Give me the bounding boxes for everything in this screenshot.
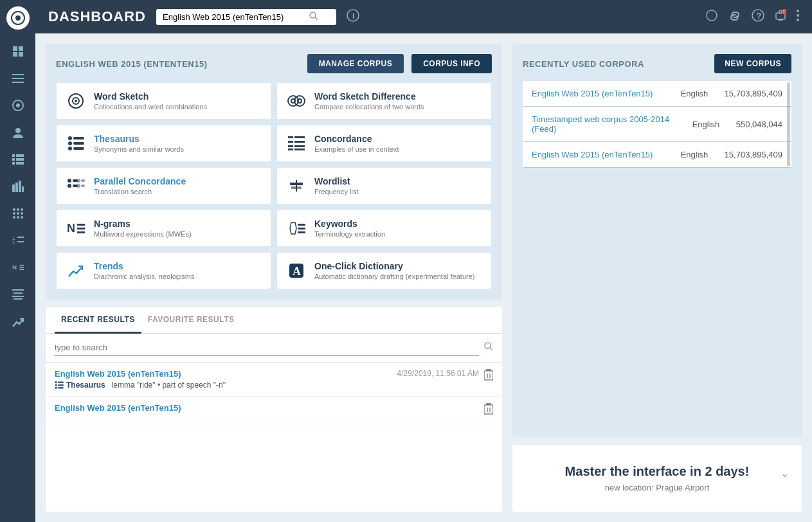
svg-point-57 xyxy=(797,19,799,21)
svg-rect-36 xyxy=(19,265,24,266)
tool-card-wordlist[interactable]: Wordlist Frequency list xyxy=(276,167,492,204)
wordlist-desc: Frequency list xyxy=(314,188,358,195)
svg-rect-34 xyxy=(17,241,24,242)
topbar-help-icon[interactable]: ? xyxy=(752,9,764,25)
topbar-more-icon[interactable] xyxy=(797,10,799,24)
svg-text:1.: 1. xyxy=(12,236,16,240)
corpus-list-item[interactable]: English Web 2015 (enTenTen15) English 15… xyxy=(523,142,791,168)
svg-rect-40 xyxy=(14,292,23,294)
svg-rect-68 xyxy=(73,142,84,145)
corpus-panel-title: ENGLISH WEB 2015 (ENTENTEN15) xyxy=(56,59,300,69)
topbar-info-icon[interactable]: i xyxy=(347,9,359,25)
tool-card-word-sketch[interactable]: Word Sketch Collocations and word combin… xyxy=(56,82,271,120)
corpora-header: RECENTLY USED CORPORA NEW CORPUS xyxy=(523,54,791,73)
results-search-input[interactable] xyxy=(55,340,479,356)
svg-rect-12 xyxy=(12,154,15,157)
trends-name: Trends xyxy=(94,261,195,271)
result-timestamp: 4/29/2019, 11:56:01 AM xyxy=(397,369,479,378)
trends-icon xyxy=(66,260,86,281)
parallel-concordance-icon xyxy=(66,176,86,196)
svg-rect-88 xyxy=(291,186,302,189)
svg-point-26 xyxy=(17,212,19,215)
new-corpus-button[interactable]: NEW CORPUS xyxy=(714,54,791,73)
thesaurus-desc: Synonyms and similar words xyxy=(94,145,184,153)
svg-rect-78 xyxy=(294,148,305,150)
svg-point-79 xyxy=(68,179,71,183)
result-delete-button[interactable] xyxy=(484,369,493,383)
svg-point-60 xyxy=(75,100,77,102)
svg-point-85 xyxy=(77,184,80,188)
tool-card-trends[interactable]: Trends Diachronic analysis, neologisms xyxy=(56,252,271,289)
tool-card-concordance[interactable]: Concordance Examples of use in context xyxy=(276,125,492,162)
svg-rect-37 xyxy=(19,267,24,268)
corpus-list-item[interactable]: English Web 2015 (enTenTen15) English 15… xyxy=(523,81,791,107)
one-click-dict-icon: A xyxy=(286,260,307,281)
sidebar-item-grid[interactable] xyxy=(6,202,30,225)
corpus-list-item[interactable]: Timestamped web corpus 2005-2014 (Feed) … xyxy=(523,107,791,142)
tab-favourite-results[interactable]: FAVOURITE RESULTS xyxy=(141,307,241,334)
svg-rect-18 xyxy=(12,184,15,192)
svg-point-22 xyxy=(13,208,15,211)
sidebar-item-trends[interactable] xyxy=(6,310,30,333)
sidebar-item-concordance[interactable] xyxy=(6,94,30,117)
tool-card-thesaurus[interactable]: Thesaurus Synonyms and similar words xyxy=(56,125,271,162)
corpus-search-box[interactable] xyxy=(156,9,336,25)
corpus-item-name: Timestamped web corpus 2005-2014 (Feed) xyxy=(532,114,687,134)
svg-rect-4 xyxy=(13,52,17,57)
svg-line-100 xyxy=(490,348,492,350)
svg-point-11 xyxy=(15,128,21,133)
svg-rect-77 xyxy=(288,148,293,150)
sidebar-item-menu[interactable] xyxy=(6,148,30,171)
sidebar-item-list[interactable] xyxy=(6,67,30,90)
tab-recent-results[interactable]: RECENT RESULTS xyxy=(55,307,141,334)
result-delete-button[interactable] xyxy=(484,403,493,417)
main-content: DASHBOARD i ? ! xyxy=(35,0,812,522)
concordance-name: Concordance xyxy=(314,134,399,144)
svg-rect-76 xyxy=(294,145,305,147)
app-logo[interactable] xyxy=(6,6,30,30)
topbar-notification-icon[interactable]: ! xyxy=(775,9,786,25)
corpus-search-icon xyxy=(309,12,318,22)
corpus-header: ENGLISH WEB 2015 (ENTENTEN15) MANAGE COR… xyxy=(56,54,492,73)
corpus-info-button[interactable]: CORPUS INFO xyxy=(411,54,492,73)
svg-point-101 xyxy=(55,381,57,383)
topbar-theme-icon[interactable] xyxy=(705,9,718,25)
svg-rect-51 xyxy=(779,10,782,14)
promo-panel: Master the interface in 2 days! ⌄ new lo… xyxy=(512,445,802,512)
word-sketch-diff-icon xyxy=(286,91,307,111)
sidebar-item-freqlist[interactable] xyxy=(6,283,30,306)
svg-point-1 xyxy=(15,15,21,21)
sidebar-item-user[interactable] xyxy=(6,121,30,144)
tool-card-ngrams[interactable]: N N-grams Multiword expressions (MWEs) xyxy=(56,210,271,247)
sidebar-item-ordered-list[interactable]: 1.2. xyxy=(6,229,30,252)
result-corpus-name[interactable]: English Web 2015 (enTenTen15) xyxy=(55,369,392,379)
svg-marker-93 xyxy=(290,222,296,234)
corpus-search-input[interactable] xyxy=(163,12,304,22)
svg-rect-14 xyxy=(12,158,15,161)
thesaurus-icon xyxy=(66,133,86,154)
tool-card-keywords[interactable]: Keywords Terminology extraction xyxy=(276,210,492,247)
svg-point-63 xyxy=(294,96,305,106)
sidebar: 1.2. N xyxy=(0,0,35,522)
results-list: English Web 2015 (enTenTen15) Thesaurus … xyxy=(46,363,502,512)
svg-point-29 xyxy=(17,216,19,219)
result-corpus-name[interactable]: English Web 2015 (enTenTen15) xyxy=(55,403,479,413)
tool-card-one-click-dict[interactable]: A One-Click Dictionary Automatic diction… xyxy=(276,252,492,289)
sidebar-item-dashboard[interactable] xyxy=(6,40,30,63)
corpus-item-lang: English xyxy=(681,150,719,159)
one-click-dict-desc: Automatic dictionary drafting (experimen… xyxy=(314,273,474,280)
manage-corpus-button[interactable]: MANAGE CORPUS xyxy=(307,54,404,73)
svg-rect-96 xyxy=(298,231,305,233)
topbar-link-icon[interactable] xyxy=(728,10,741,24)
sidebar-item-chart[interactable] xyxy=(6,175,30,198)
svg-rect-107 xyxy=(484,371,493,380)
tool-card-word-sketch-diff[interactable]: Word Sketch Difference Compare collocati… xyxy=(276,82,492,120)
promo-collapse-icon[interactable]: ⌄ xyxy=(780,467,789,480)
svg-rect-73 xyxy=(288,141,293,143)
tool-card-parallel-concordance[interactable]: Parallel Concordance Translation search xyxy=(56,167,271,204)
corpora-scrollbar[interactable] xyxy=(787,82,790,166)
sidebar-item-ngrams[interactable]: N xyxy=(6,256,30,279)
svg-rect-17 xyxy=(16,162,24,165)
svg-point-65 xyxy=(68,136,72,140)
concordance-icon xyxy=(286,133,307,154)
